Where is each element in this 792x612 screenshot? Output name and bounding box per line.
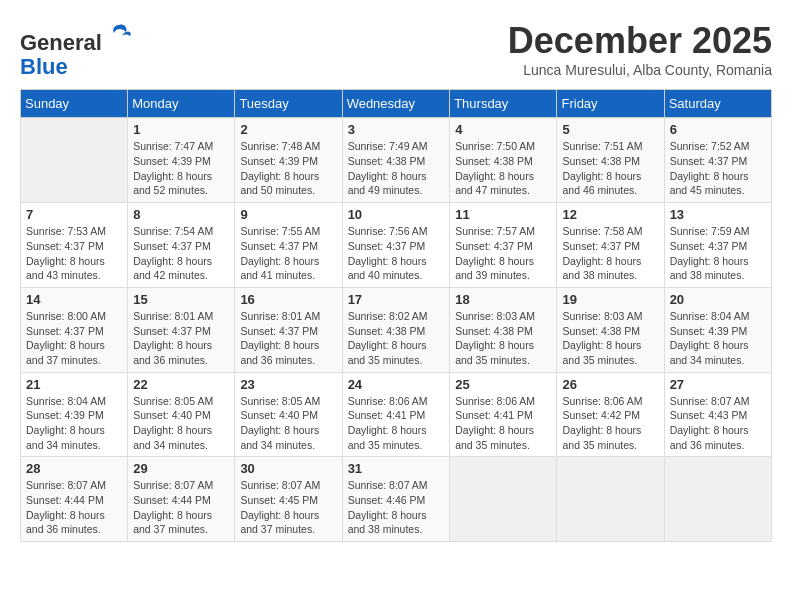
month-title: December 2025 [508,20,772,62]
header-thursday: Thursday [450,90,557,118]
calendar-cell: 16Sunrise: 8:01 AM Sunset: 4:37 PM Dayli… [235,287,342,372]
calendar-cell: 26Sunrise: 8:06 AM Sunset: 4:42 PM Dayli… [557,372,664,457]
day-info: Sunrise: 7:55 AM Sunset: 4:37 PM Dayligh… [240,224,336,283]
calendar-cell: 25Sunrise: 8:06 AM Sunset: 4:41 PM Dayli… [450,372,557,457]
calendar-cell [450,457,557,542]
calendar-table: SundayMondayTuesdayWednesdayThursdayFrid… [20,89,772,542]
day-number: 16 [240,292,336,307]
day-info: Sunrise: 7:57 AM Sunset: 4:37 PM Dayligh… [455,224,551,283]
title-block: December 2025 Lunca Muresului, Alba Coun… [508,20,772,78]
day-info: Sunrise: 8:07 AM Sunset: 4:45 PM Dayligh… [240,478,336,537]
day-info: Sunrise: 7:56 AM Sunset: 4:37 PM Dayligh… [348,224,445,283]
day-number: 11 [455,207,551,222]
calendar-cell: 17Sunrise: 8:02 AM Sunset: 4:38 PM Dayli… [342,287,450,372]
header-saturday: Saturday [664,90,771,118]
day-info: Sunrise: 7:47 AM Sunset: 4:39 PM Dayligh… [133,139,229,198]
calendar-cell: 27Sunrise: 8:07 AM Sunset: 4:43 PM Dayli… [664,372,771,457]
day-info: Sunrise: 8:00 AM Sunset: 4:37 PM Dayligh… [26,309,122,368]
day-info: Sunrise: 7:54 AM Sunset: 4:37 PM Dayligh… [133,224,229,283]
day-number: 9 [240,207,336,222]
day-info: Sunrise: 8:01 AM Sunset: 4:37 PM Dayligh… [240,309,336,368]
day-info: Sunrise: 7:50 AM Sunset: 4:38 PM Dayligh… [455,139,551,198]
calendar-cell: 2Sunrise: 7:48 AM Sunset: 4:39 PM Daylig… [235,118,342,203]
day-info: Sunrise: 7:51 AM Sunset: 4:38 PM Dayligh… [562,139,658,198]
calendar-week-1: 1Sunrise: 7:47 AM Sunset: 4:39 PM Daylig… [21,118,772,203]
calendar-cell: 22Sunrise: 8:05 AM Sunset: 4:40 PM Dayli… [128,372,235,457]
day-info: Sunrise: 7:48 AM Sunset: 4:39 PM Dayligh… [240,139,336,198]
day-info: Sunrise: 8:05 AM Sunset: 4:40 PM Dayligh… [240,394,336,453]
day-number: 8 [133,207,229,222]
day-number: 13 [670,207,766,222]
calendar-cell: 24Sunrise: 8:06 AM Sunset: 4:41 PM Dayli… [342,372,450,457]
calendar-cell: 10Sunrise: 7:56 AM Sunset: 4:37 PM Dayli… [342,203,450,288]
day-number: 1 [133,122,229,137]
day-info: Sunrise: 8:04 AM Sunset: 4:39 PM Dayligh… [670,309,766,368]
calendar-cell: 28Sunrise: 8:07 AM Sunset: 4:44 PM Dayli… [21,457,128,542]
day-number: 28 [26,461,122,476]
header-wednesday: Wednesday [342,90,450,118]
calendar-cell: 15Sunrise: 8:01 AM Sunset: 4:37 PM Dayli… [128,287,235,372]
calendar-header-row: SundayMondayTuesdayWednesdayThursdayFrid… [21,90,772,118]
day-info: Sunrise: 8:07 AM Sunset: 4:46 PM Dayligh… [348,478,445,537]
day-number: 30 [240,461,336,476]
day-info: Sunrise: 7:53 AM Sunset: 4:37 PM Dayligh… [26,224,122,283]
day-number: 12 [562,207,658,222]
day-number: 18 [455,292,551,307]
day-info: Sunrise: 7:59 AM Sunset: 4:37 PM Dayligh… [670,224,766,283]
day-number: 4 [455,122,551,137]
day-number: 7 [26,207,122,222]
day-info: Sunrise: 8:03 AM Sunset: 4:38 PM Dayligh… [562,309,658,368]
day-number: 19 [562,292,658,307]
logo-blue-text: Blue [20,54,68,79]
calendar-cell: 7Sunrise: 7:53 AM Sunset: 4:37 PM Daylig… [21,203,128,288]
calendar-week-4: 21Sunrise: 8:04 AM Sunset: 4:39 PM Dayli… [21,372,772,457]
header-sunday: Sunday [21,90,128,118]
calendar-cell: 6Sunrise: 7:52 AM Sunset: 4:37 PM Daylig… [664,118,771,203]
day-number: 24 [348,377,445,392]
calendar-cell: 21Sunrise: 8:04 AM Sunset: 4:39 PM Dayli… [21,372,128,457]
day-info: Sunrise: 8:03 AM Sunset: 4:38 PM Dayligh… [455,309,551,368]
day-info: Sunrise: 8:07 AM Sunset: 4:43 PM Dayligh… [670,394,766,453]
day-number: 25 [455,377,551,392]
calendar-cell: 18Sunrise: 8:03 AM Sunset: 4:38 PM Dayli… [450,287,557,372]
calendar-cell: 31Sunrise: 8:07 AM Sunset: 4:46 PM Dayli… [342,457,450,542]
calendar-week-2: 7Sunrise: 7:53 AM Sunset: 4:37 PM Daylig… [21,203,772,288]
day-number: 2 [240,122,336,137]
header-monday: Monday [128,90,235,118]
calendar-cell [21,118,128,203]
calendar-cell [664,457,771,542]
day-number: 31 [348,461,445,476]
calendar-week-5: 28Sunrise: 8:07 AM Sunset: 4:44 PM Dayli… [21,457,772,542]
day-number: 6 [670,122,766,137]
calendar-cell: 8Sunrise: 7:54 AM Sunset: 4:37 PM Daylig… [128,203,235,288]
day-number: 10 [348,207,445,222]
calendar-cell: 29Sunrise: 8:07 AM Sunset: 4:44 PM Dayli… [128,457,235,542]
day-number: 17 [348,292,445,307]
day-number: 27 [670,377,766,392]
day-info: Sunrise: 8:07 AM Sunset: 4:44 PM Dayligh… [26,478,122,537]
day-number: 22 [133,377,229,392]
calendar-cell: 13Sunrise: 7:59 AM Sunset: 4:37 PM Dayli… [664,203,771,288]
day-info: Sunrise: 8:04 AM Sunset: 4:39 PM Dayligh… [26,394,122,453]
header-tuesday: Tuesday [235,90,342,118]
day-number: 14 [26,292,122,307]
day-info: Sunrise: 8:01 AM Sunset: 4:37 PM Dayligh… [133,309,229,368]
day-info: Sunrise: 7:58 AM Sunset: 4:37 PM Dayligh… [562,224,658,283]
day-number: 23 [240,377,336,392]
calendar-cell: 5Sunrise: 7:51 AM Sunset: 4:38 PM Daylig… [557,118,664,203]
calendar-cell: 4Sunrise: 7:50 AM Sunset: 4:38 PM Daylig… [450,118,557,203]
location-text: Lunca Muresului, Alba County, Romania [508,62,772,78]
calendar-cell: 19Sunrise: 8:03 AM Sunset: 4:38 PM Dayli… [557,287,664,372]
day-info: Sunrise: 7:49 AM Sunset: 4:38 PM Dayligh… [348,139,445,198]
day-info: Sunrise: 8:06 AM Sunset: 4:41 PM Dayligh… [455,394,551,453]
page-header: General Blue December 2025 Lunca Muresul… [20,20,772,79]
day-number: 15 [133,292,229,307]
day-number: 3 [348,122,445,137]
calendar-cell: 30Sunrise: 8:07 AM Sunset: 4:45 PM Dayli… [235,457,342,542]
calendar-cell: 3Sunrise: 7:49 AM Sunset: 4:38 PM Daylig… [342,118,450,203]
day-info: Sunrise: 7:52 AM Sunset: 4:37 PM Dayligh… [670,139,766,198]
logo-general-text: General [20,30,102,55]
day-number: 5 [562,122,658,137]
day-number: 20 [670,292,766,307]
calendar-cell: 1Sunrise: 7:47 AM Sunset: 4:39 PM Daylig… [128,118,235,203]
